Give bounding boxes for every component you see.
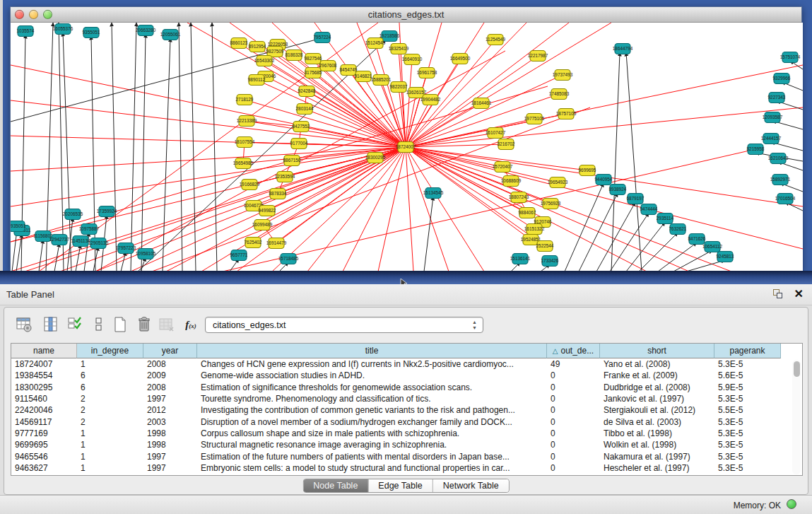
- vertical-scrollbar[interactable]: [792, 360, 801, 474]
- network-node[interactable]: 1733426: [541, 256, 559, 267]
- table-selector-dropdown[interactable]: citations_edges.txt ▲▼: [205, 317, 483, 333]
- network-node[interactable]: 10958105: [136, 249, 156, 259]
- table-row[interactable]: 911546021997Tourette syndrome. Phenomeno…: [11, 393, 781, 404]
- network-canvas[interactable]: 1035574160553769355051206632801205506179…: [11, 23, 803, 271]
- network-node[interactable]: 9355051: [83, 28, 100, 38]
- network-node[interactable]: 9440954: [595, 175, 613, 185]
- tab-edge-table[interactable]: Edge Table: [368, 479, 433, 492]
- table-row[interactable]: 1456911722003Disruption of a novel membe…: [11, 416, 781, 427]
- create-column-icon[interactable]: [110, 315, 130, 334]
- show-columns-icon[interactable]: [41, 315, 61, 334]
- network-node[interactable]: 16099489: [252, 220, 273, 230]
- network-node[interactable]: 18644794: [613, 44, 633, 54]
- network-node[interactable]: 16649500: [450, 54, 471, 64]
- network-node[interactable]: 15124549: [365, 38, 386, 49]
- function-builder-icon[interactable]: f(x): [181, 315, 201, 334]
- network-node[interactable]: 19756928: [541, 199, 561, 209]
- scrollbar-thumb[interactable]: [794, 361, 800, 377]
- network-node[interactable]: 18757105: [556, 109, 577, 119]
- network-node[interactable]: 17016504: [775, 194, 796, 204]
- table-row[interactable]: 1938455462009Genome-wide association stu…: [11, 370, 781, 381]
- window-minimize-button[interactable]: [29, 10, 38, 19]
- network-node[interactable]: 2803144: [296, 104, 314, 115]
- network-node[interactable]: 18300295: [365, 153, 386, 163]
- network-node[interactable]: 16055376: [53, 24, 73, 35]
- network-node[interactable]: 16961758: [417, 68, 437, 78]
- network-node[interactable]: 9146821: [355, 71, 372, 82]
- network-node[interactable]: 19775105: [524, 114, 545, 124]
- column-header-out_de[interactable]: △out_de...: [547, 344, 600, 358]
- network-node[interactable]: 7632621: [669, 224, 687, 235]
- table-row[interactable]: 969969511998Structural magnetic resonanc…: [11, 439, 781, 450]
- network-node[interactable]: 17485083: [549, 89, 570, 100]
- float-panel-icon[interactable]: [773, 289, 784, 300]
- network-node[interactable]: 9329966: [773, 74, 791, 84]
- close-panel-icon[interactable]: ✕: [794, 287, 804, 300]
- network-node[interactable]: 16640910: [402, 54, 423, 65]
- column-header-pagerank[interactable]: pagerank: [714, 344, 781, 358]
- network-node[interactable]: 8471626: [688, 234, 706, 245]
- network-node[interactable]: 1035574: [17, 26, 35, 37]
- network-node[interactable]: 15718485: [278, 254, 299, 264]
- network-node[interactable]: 3175685: [305, 68, 322, 78]
- table-row[interactable]: 977716911998Corpus callosum shape and si…: [11, 428, 781, 439]
- network-node[interactable]: 9227343: [768, 93, 786, 103]
- column-header-in_degree[interactable]: in_degree: [77, 344, 143, 358]
- network-node[interactable]: 18107554: [235, 137, 255, 148]
- network-node[interactable]: 7957224: [314, 33, 331, 43]
- column-header-short[interactable]: short: [600, 344, 714, 358]
- table-row[interactable]: 946362711997Embryonic stem cells: a mode…: [11, 462, 781, 474]
- network-node[interactable]: 8867150: [283, 156, 301, 166]
- network-node[interactable]: 17359924: [97, 206, 117, 217]
- network-node[interactable]: 8912954: [249, 42, 266, 52]
- network-node[interactable]: 16210643: [768, 153, 789, 164]
- network-node[interactable]: 16107427: [486, 128, 506, 139]
- network-node[interactable]: 2522544: [536, 241, 554, 252]
- network-node[interactable]: 19654923: [548, 177, 568, 188]
- delete-column-icon[interactable]: [134, 315, 154, 334]
- network-node[interactable]: 6879197: [627, 194, 645, 204]
- network-node[interactable]: 8935051: [11, 221, 26, 232]
- network-node[interactable]: 9245813: [717, 252, 734, 262]
- network-node[interactable]: 18807243: [509, 192, 529, 203]
- network-node[interactable]: 19654985: [233, 158, 254, 169]
- network-node[interactable]: 19166829: [240, 180, 260, 190]
- network-node[interactable]: 9699695: [579, 165, 596, 176]
- network-node[interactable]: 8878334: [269, 189, 287, 199]
- network-window-titlebar[interactable]: citations_edges.txt: [11, 7, 801, 23]
- network-node[interactable]: 12353594: [275, 172, 295, 182]
- network-node[interactable]: 8938924: [609, 185, 627, 195]
- delete-table-icon[interactable]: [157, 315, 177, 334]
- clear-selection-icon[interactable]: [89, 315, 109, 334]
- table-row[interactable]: 946554611997Estimation of the future num…: [11, 450, 781, 462]
- network-node[interactable]: 9474444: [640, 204, 658, 215]
- window-zoom-button[interactable]: [43, 10, 52, 19]
- network-node[interactable]: 17957223: [116, 243, 136, 254]
- network-node[interactable]: 10688609: [501, 176, 522, 187]
- network-node[interactable]: 12444157: [761, 134, 782, 144]
- column-header-name[interactable]: name: [11, 344, 77, 358]
- table-row[interactable]: 1830029562008Estimation of significance …: [11, 382, 781, 393]
- network-node[interactable]: 9657771: [230, 250, 248, 261]
- network-node[interactable]: 12905135: [88, 238, 109, 249]
- network-node[interactable]: 15720407: [493, 162, 513, 173]
- network-node[interactable]: 12217987: [528, 51, 548, 62]
- network-node[interactable]: 18164461: [471, 98, 492, 109]
- table-row[interactable]: 2242004622012Investigating the contribut…: [11, 404, 781, 416]
- tab-network-table[interactable]: Network Table: [433, 479, 509, 492]
- network-node[interactable]: 10654112: [702, 242, 722, 252]
- network-node[interactable]: 16151322: [524, 224, 545, 235]
- network-node[interactable]: 19737493: [553, 70, 573, 81]
- network-node[interactable]: 7625402: [245, 238, 262, 248]
- network-node[interactable]: 16914479: [266, 238, 287, 249]
- network-node[interactable]: 18325419: [389, 44, 409, 54]
- network-node[interactable]: 9890112: [248, 75, 266, 86]
- network-node[interactable]: 10975887: [79, 224, 100, 235]
- table-row[interactable]: 1872400712008Changes of HCN gene express…: [11, 358, 781, 370]
- column-header-year[interactable]: year: [143, 344, 197, 358]
- network-node[interactable]: 20206535: [63, 209, 83, 220]
- network-node[interactable]: 8860123: [230, 38, 248, 49]
- network-node[interactable]: 15134545: [423, 188, 444, 199]
- column-header-title[interactable]: title: [197, 344, 547, 358]
- network-node[interactable]: 8427552: [293, 122, 310, 132]
